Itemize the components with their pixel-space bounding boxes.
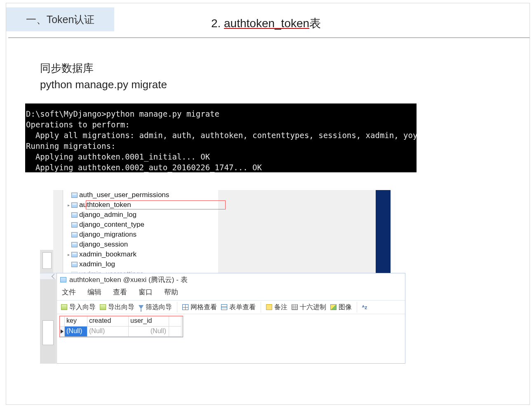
toolbar-separator bbox=[177, 302, 177, 313]
terminal-output: D:\soft\MyDjango>python manage.py migrat… bbox=[25, 103, 417, 172]
import-icon bbox=[61, 304, 67, 310]
menu-edit[interactable]: 编辑 bbox=[87, 287, 101, 297]
nav-thumb-left bbox=[40, 250, 54, 273]
tree-item-label: authtoken_token bbox=[79, 201, 131, 209]
page-title-underline: authtoken_token bbox=[224, 17, 309, 30]
tree-item[interactable]: auth_user_user_permissions bbox=[63, 190, 218, 200]
cell-user-id[interactable]: (Null) bbox=[129, 327, 169, 337]
btn-label: 导出向导 bbox=[108, 303, 134, 312]
filter-wizard-button[interactable]: 筛选向导 bbox=[139, 303, 172, 312]
btn-label: 图像 bbox=[339, 303, 352, 312]
image-icon bbox=[330, 304, 337, 310]
btn-label: 表单查看 bbox=[229, 303, 256, 312]
page-title-suffix: 表 bbox=[309, 17, 321, 30]
export-icon bbox=[100, 304, 106, 310]
page-title-prefix: 2. bbox=[211, 17, 224, 30]
tree-item[interactable]: django_admin_log bbox=[63, 210, 218, 220]
tree-item[interactable]: django_session bbox=[63, 240, 218, 249]
table-icon bbox=[71, 222, 78, 228]
blue-panel bbox=[376, 190, 391, 273]
note-icon bbox=[266, 304, 272, 310]
body-line-1: 同步数据库 bbox=[40, 60, 167, 76]
table-icon bbox=[71, 193, 78, 198]
image-button[interactable]: 图像 bbox=[330, 303, 352, 312]
menu-bar: 文件 编辑 查看 窗口 帮助 bbox=[57, 286, 405, 300]
cell-empty bbox=[169, 327, 181, 337]
col-header-key[interactable]: key bbox=[65, 316, 87, 327]
btn-label: 导入向导 bbox=[69, 303, 96, 312]
sort-icon: ᴬz bbox=[362, 304, 367, 310]
tree-item-label: django_session bbox=[79, 240, 128, 249]
export-wizard-button[interactable]: 导出向导 bbox=[100, 303, 134, 312]
hex-icon bbox=[292, 304, 298, 310]
tree-item[interactable]: ▸xadmin_bookmark bbox=[63, 249, 218, 259]
cell-created[interactable]: (Null) bbox=[87, 327, 129, 337]
tree-item-label: django_migrations bbox=[79, 230, 137, 239]
menu-help[interactable]: 帮助 bbox=[164, 287, 178, 297]
body-block: 同步数据库 python manage.py migrate bbox=[40, 60, 167, 93]
title-divider bbox=[8, 38, 530, 38]
tree-item[interactable]: ▸authtoken_token bbox=[63, 200, 218, 210]
menu-view[interactable]: 查看 bbox=[113, 287, 127, 297]
menu-window[interactable]: 窗口 bbox=[139, 287, 153, 297]
window-title: authtoken_token @xuexi (腾讯云) - 表 bbox=[69, 275, 188, 284]
tree-item-label: xadmin_bookmark bbox=[79, 250, 137, 259]
table-icon bbox=[71, 202, 78, 208]
tree-item[interactable]: xadmin_log bbox=[63, 259, 218, 269]
tree-item[interactable]: django_content_type bbox=[63, 220, 218, 230]
toolbar: 导入向导 导出向导 筛选向导 网格查看 表单查看 备注 十六进制 图像 ᴬz bbox=[57, 300, 405, 314]
row-marker bbox=[60, 327, 65, 337]
table-icon bbox=[71, 212, 78, 218]
rowmark-header bbox=[60, 316, 65, 327]
note-button[interactable]: 备注 bbox=[266, 303, 287, 312]
btn-label: 筛选向导 bbox=[146, 303, 172, 312]
menu-file[interactable]: 文件 bbox=[62, 287, 76, 297]
table-icon bbox=[71, 262, 78, 267]
table-icon bbox=[71, 252, 78, 257]
btn-label: 十六进制 bbox=[300, 303, 326, 312]
table-icon bbox=[71, 242, 78, 247]
col-header-user[interactable]: user_id bbox=[129, 316, 169, 327]
tree-item[interactable]: django_migrations bbox=[63, 230, 218, 240]
tree-item-label: auth_user_user_permissions bbox=[79, 191, 169, 199]
tree-item-label: xadmin_log bbox=[79, 260, 115, 268]
window-titlebar: authtoken_token @xuexi (腾讯云) - 表 bbox=[57, 273, 405, 286]
form-view-button[interactable]: 表单查看 bbox=[221, 303, 256, 312]
cell-key[interactable]: (Null) bbox=[65, 327, 87, 337]
page-title: 2. authtoken_token表 bbox=[0, 16, 532, 31]
table-icon bbox=[71, 232, 78, 237]
toolbar-separator bbox=[261, 302, 261, 313]
filter-icon bbox=[139, 305, 144, 309]
tree-item-label: django_admin_log bbox=[79, 211, 137, 219]
table-editor-window: authtoken_token @xuexi (腾讯云) - 表 文件 编辑 查… bbox=[56, 273, 405, 364]
form-icon bbox=[221, 304, 227, 310]
btn-label: 网格查看 bbox=[191, 303, 217, 312]
grid-icon bbox=[182, 304, 188, 310]
col-header-created[interactable]: created bbox=[87, 316, 129, 327]
tree-area: auth_user_user_permissions ▸authtoken_to… bbox=[53, 190, 391, 273]
db-browser-screenshot: auth_user_user_permissions ▸authtoken_to… bbox=[40, 190, 405, 364]
table-row[interactable]: (Null) (Null) (Null) bbox=[60, 327, 183, 337]
table-tree-list: auth_user_user_permissions ▸authtoken_to… bbox=[63, 190, 218, 273]
sort-az-button[interactable]: ᴬz bbox=[362, 304, 367, 310]
nav-thumb-lower bbox=[40, 279, 56, 364]
btn-label: 备注 bbox=[274, 303, 287, 312]
col-header-empty bbox=[169, 316, 181, 327]
hex-button[interactable]: 十六进制 bbox=[292, 303, 326, 312]
grid-view-button[interactable]: 网格查看 bbox=[182, 303, 217, 312]
table-icon bbox=[60, 277, 66, 282]
tree-item-label: django_content_type bbox=[79, 221, 144, 229]
grid-header: key created user_id bbox=[60, 316, 183, 327]
data-grid: key created user_id (Null) (Null) (Null) bbox=[59, 316, 183, 337]
toolbar-separator bbox=[357, 302, 357, 313]
body-line-2: python manage.py migrate bbox=[40, 76, 167, 93]
import-wizard-button[interactable]: 导入向导 bbox=[61, 303, 96, 312]
